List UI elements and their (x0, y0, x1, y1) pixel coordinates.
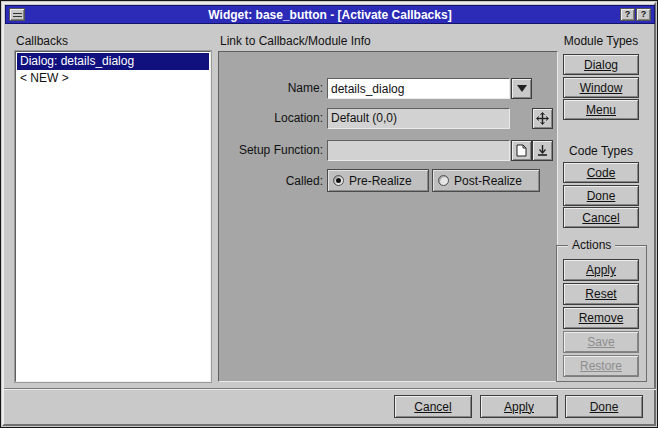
module-type-menu-button[interactable]: Menu (563, 99, 639, 120)
setup-function-label: Setup Function: (219, 143, 323, 157)
module-types-heading: Module Types (554, 34, 648, 48)
apply-button[interactable]: Apply (480, 395, 558, 418)
footer-separator (4, 388, 656, 390)
titlebar[interactable]: Widget: base_button - [Activate Callback… (5, 5, 655, 24)
cancel-button[interactable]: Cancel (394, 395, 472, 418)
setup-new-button[interactable] (511, 140, 532, 161)
action-save-button: Save (563, 331, 639, 353)
maximize-button[interactable]: ? (636, 8, 651, 21)
action-apply-button[interactable]: Apply (563, 259, 639, 281)
radio-label: Post-Realize (454, 174, 522, 188)
radio-label: Pre-Realize (349, 174, 412, 188)
callback-info-panel: Name: Location: Default (0,0) Setup Func… (218, 51, 558, 382)
called-label: Called: (219, 174, 323, 188)
radio-icon (333, 175, 344, 186)
list-item[interactable]: < NEW > (17, 70, 209, 87)
document-icon (516, 144, 527, 157)
code-type-code-button[interactable]: Code (563, 162, 639, 183)
list-item[interactable]: Dialog: details_dialog (17, 53, 209, 70)
setup-import-button[interactable] (532, 140, 553, 161)
dialog-window: Widget: base_button - [Activate Callback… (0, 0, 658, 428)
info-heading: Link to Callback/Module Info (220, 34, 371, 48)
name-input[interactable] (331, 79, 506, 98)
arrow-down-to-bar-icon (536, 144, 549, 157)
action-reset-button[interactable]: Reset (563, 283, 639, 305)
name-dropdown-button[interactable] (511, 78, 532, 99)
chevron-down-icon (517, 85, 527, 92)
setup-function-input[interactable] (331, 141, 506, 160)
action-remove-button[interactable]: Remove (563, 307, 639, 329)
module-type-dialog-button[interactable]: Dialog (563, 54, 639, 75)
module-type-window-button[interactable]: Window (563, 77, 639, 98)
name-combobox[interactable] (327, 78, 510, 99)
code-types-heading: Code Types (554, 144, 648, 158)
setup-function-field[interactable] (327, 140, 510, 161)
code-type-done-button[interactable]: Done (563, 185, 639, 206)
actions-heading: Actions (568, 238, 615, 252)
move-arrows-icon (536, 112, 549, 125)
name-label: Name: (219, 81, 323, 95)
location-field: Default (0,0) (327, 108, 510, 129)
action-restore-button: Restore (563, 355, 639, 377)
location-move-button[interactable] (532, 108, 553, 129)
radio-pre-realize[interactable]: Pre-Realize (327, 169, 429, 192)
code-type-cancel-button[interactable]: Cancel (563, 207, 639, 228)
done-button[interactable]: Done (565, 395, 643, 418)
window-title: Widget: base_button - [Activate Callback… (208, 8, 451, 22)
callbacks-listbox[interactable]: Dialog: details_dialog < NEW > (15, 51, 211, 382)
radio-icon (438, 175, 449, 186)
window-menu-icon[interactable] (9, 8, 25, 21)
help-button[interactable]: ? (620, 8, 635, 21)
callbacks-heading: Callbacks (16, 34, 68, 48)
radio-post-realize[interactable]: Post-Realize (432, 169, 540, 192)
location-label: Location: (219, 111, 323, 125)
